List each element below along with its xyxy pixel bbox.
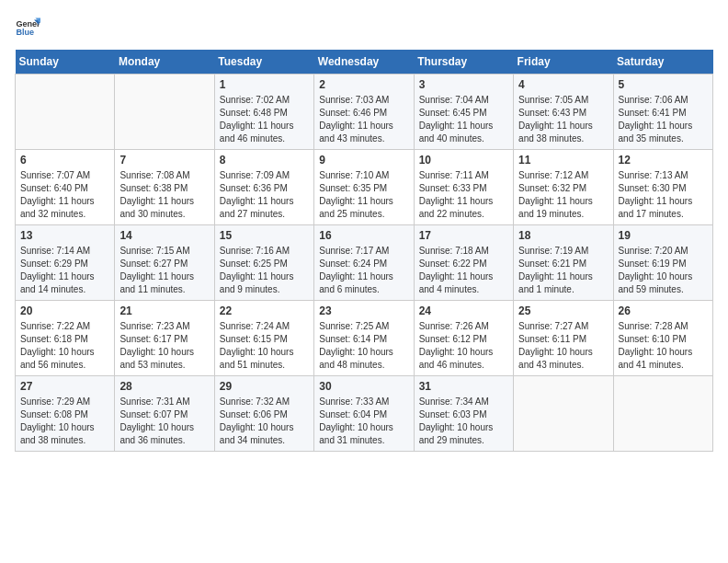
calendar-cell: 18Sunrise: 7:19 AM Sunset: 6:21 PM Dayli… bbox=[514, 225, 613, 301]
day-info: Sunrise: 7:08 AM Sunset: 6:38 PM Dayligh… bbox=[119, 169, 209, 221]
day-info: Sunrise: 7:06 AM Sunset: 6:41 PM Dayligh… bbox=[619, 94, 708, 145]
svg-text:Blue: Blue bbox=[16, 28, 34, 37]
day-number: 27 bbox=[20, 380, 109, 393]
day-info: Sunrise: 7:05 AM Sunset: 6:43 PM Dayligh… bbox=[518, 94, 608, 145]
calendar-cell: 4Sunrise: 7:05 AM Sunset: 6:43 PM Daylig… bbox=[514, 75, 613, 150]
day-number: 12 bbox=[619, 154, 708, 167]
calendar-cell: 16Sunrise: 7:17 AM Sunset: 6:24 PM Dayli… bbox=[314, 225, 414, 301]
day-info: Sunrise: 7:04 AM Sunset: 6:45 PM Dayligh… bbox=[419, 94, 508, 145]
calendar-cell bbox=[16, 75, 115, 150]
weekday-header-sunday: Sunday bbox=[16, 50, 115, 75]
day-number: 5 bbox=[619, 78, 708, 91]
calendar-cell bbox=[613, 376, 712, 452]
calendar-cell: 21Sunrise: 7:23 AM Sunset: 6:17 PM Dayli… bbox=[115, 301, 214, 376]
day-number: 23 bbox=[319, 304, 408, 317]
day-info: Sunrise: 7:16 AM Sunset: 6:25 PM Dayligh… bbox=[220, 245, 309, 296]
weekday-header-row: SundayMondayTuesdayWednesdayThursdayFrid… bbox=[16, 50, 713, 75]
day-info: Sunrise: 7:31 AM Sunset: 6:07 PM Dayligh… bbox=[119, 396, 209, 447]
calendar-cell: 8Sunrise: 7:09 AM Sunset: 6:36 PM Daylig… bbox=[214, 150, 313, 225]
day-number: 4 bbox=[518, 78, 608, 91]
day-number: 11 bbox=[518, 154, 608, 167]
day-number: 26 bbox=[619, 304, 708, 317]
calendar-cell: 19Sunrise: 7:20 AM Sunset: 6:19 PM Dayli… bbox=[613, 225, 712, 301]
day-number: 1 bbox=[220, 78, 309, 91]
day-number: 2 bbox=[319, 78, 408, 91]
calendar-cell bbox=[514, 376, 613, 452]
day-number: 6 bbox=[20, 154, 109, 167]
day-info: Sunrise: 7:32 AM Sunset: 6:06 PM Dayligh… bbox=[220, 396, 309, 447]
day-number: 18 bbox=[518, 229, 608, 242]
weekday-header-friday: Friday bbox=[514, 50, 613, 75]
day-info: Sunrise: 7:15 AM Sunset: 6:27 PM Dayligh… bbox=[119, 245, 209, 296]
logo: General Blue bbox=[15, 15, 44, 40]
page-header: General Blue bbox=[15, 15, 713, 40]
calendar-cell: 13Sunrise: 7:14 AM Sunset: 6:29 PM Dayli… bbox=[16, 225, 115, 301]
day-number: 24 bbox=[419, 304, 508, 317]
calendar-table: SundayMondayTuesdayWednesdayThursdayFrid… bbox=[15, 50, 713, 452]
weekday-header-wednesday: Wednesday bbox=[314, 50, 414, 75]
day-number: 3 bbox=[419, 78, 508, 91]
calendar-cell: 1Sunrise: 7:02 AM Sunset: 6:48 PM Daylig… bbox=[214, 75, 313, 150]
day-info: Sunrise: 7:11 AM Sunset: 6:33 PM Dayligh… bbox=[419, 169, 508, 221]
calendar-cell: 31Sunrise: 7:34 AM Sunset: 6:03 PM Dayli… bbox=[414, 376, 513, 452]
calendar-cell: 26Sunrise: 7:28 AM Sunset: 6:10 PM Dayli… bbox=[613, 301, 712, 376]
day-info: Sunrise: 7:24 AM Sunset: 6:15 PM Dayligh… bbox=[220, 320, 309, 372]
calendar-cell: 6Sunrise: 7:07 AM Sunset: 6:40 PM Daylig… bbox=[16, 150, 115, 225]
day-number: 25 bbox=[518, 304, 608, 317]
weekday-header-monday: Monday bbox=[115, 50, 214, 75]
day-info: Sunrise: 7:29 AM Sunset: 6:08 PM Dayligh… bbox=[20, 396, 109, 447]
calendar-cell: 3Sunrise: 7:04 AM Sunset: 6:45 PM Daylig… bbox=[414, 75, 513, 150]
day-info: Sunrise: 7:34 AM Sunset: 6:03 PM Dayligh… bbox=[419, 396, 508, 447]
calendar-cell: 29Sunrise: 7:32 AM Sunset: 6:06 PM Dayli… bbox=[214, 376, 313, 452]
day-number: 22 bbox=[220, 304, 309, 317]
day-info: Sunrise: 7:25 AM Sunset: 6:14 PM Dayligh… bbox=[319, 320, 408, 372]
calendar-cell: 5Sunrise: 7:06 AM Sunset: 6:41 PM Daylig… bbox=[613, 75, 712, 150]
calendar-cell: 9Sunrise: 7:10 AM Sunset: 6:35 PM Daylig… bbox=[314, 150, 414, 225]
day-number: 20 bbox=[20, 304, 109, 317]
calendar-cell: 14Sunrise: 7:15 AM Sunset: 6:27 PM Dayli… bbox=[115, 225, 214, 301]
day-number: 31 bbox=[419, 380, 508, 393]
day-number: 28 bbox=[119, 380, 209, 393]
day-number: 30 bbox=[319, 380, 408, 393]
day-info: Sunrise: 7:02 AM Sunset: 6:48 PM Dayligh… bbox=[220, 94, 309, 145]
calendar-cell: 2Sunrise: 7:03 AM Sunset: 6:46 PM Daylig… bbox=[314, 75, 414, 150]
day-info: Sunrise: 7:13 AM Sunset: 6:30 PM Dayligh… bbox=[619, 169, 708, 221]
calendar-cell: 28Sunrise: 7:31 AM Sunset: 6:07 PM Dayli… bbox=[115, 376, 214, 452]
calendar-cell: 24Sunrise: 7:26 AM Sunset: 6:12 PM Dayli… bbox=[414, 301, 513, 376]
day-info: Sunrise: 7:10 AM Sunset: 6:35 PM Dayligh… bbox=[319, 169, 408, 221]
day-number: 8 bbox=[220, 154, 309, 167]
weekday-header-tuesday: Tuesday bbox=[214, 50, 313, 75]
calendar-cell: 11Sunrise: 7:12 AM Sunset: 6:32 PM Dayli… bbox=[514, 150, 613, 225]
day-number: 17 bbox=[419, 229, 508, 242]
day-info: Sunrise: 7:22 AM Sunset: 6:18 PM Dayligh… bbox=[20, 320, 109, 372]
day-number: 14 bbox=[119, 229, 209, 242]
calendar-cell: 30Sunrise: 7:33 AM Sunset: 6:04 PM Dayli… bbox=[314, 376, 414, 452]
day-number: 29 bbox=[220, 380, 309, 393]
calendar-cell: 7Sunrise: 7:08 AM Sunset: 6:38 PM Daylig… bbox=[115, 150, 214, 225]
calendar-cell: 12Sunrise: 7:13 AM Sunset: 6:30 PM Dayli… bbox=[613, 150, 712, 225]
calendar-week-row: 6Sunrise: 7:07 AM Sunset: 6:40 PM Daylig… bbox=[16, 150, 713, 225]
calendar-cell: 15Sunrise: 7:16 AM Sunset: 6:25 PM Dayli… bbox=[214, 225, 313, 301]
day-info: Sunrise: 7:20 AM Sunset: 6:19 PM Dayligh… bbox=[619, 245, 708, 296]
logo-icon: General Blue bbox=[15, 15, 40, 40]
day-info: Sunrise: 7:03 AM Sunset: 6:46 PM Dayligh… bbox=[319, 94, 408, 145]
calendar-cell: 23Sunrise: 7:25 AM Sunset: 6:14 PM Dayli… bbox=[314, 301, 414, 376]
day-info: Sunrise: 7:27 AM Sunset: 6:11 PM Dayligh… bbox=[518, 320, 608, 372]
day-info: Sunrise: 7:12 AM Sunset: 6:32 PM Dayligh… bbox=[518, 169, 608, 221]
calendar-cell: 27Sunrise: 7:29 AM Sunset: 6:08 PM Dayli… bbox=[16, 376, 115, 452]
day-info: Sunrise: 7:28 AM Sunset: 6:10 PM Dayligh… bbox=[619, 320, 708, 372]
day-info: Sunrise: 7:26 AM Sunset: 6:12 PM Dayligh… bbox=[419, 320, 508, 372]
day-number: 13 bbox=[20, 229, 109, 242]
day-info: Sunrise: 7:19 AM Sunset: 6:21 PM Dayligh… bbox=[518, 245, 608, 296]
day-info: Sunrise: 7:07 AM Sunset: 6:40 PM Dayligh… bbox=[20, 169, 109, 221]
day-info: Sunrise: 7:33 AM Sunset: 6:04 PM Dayligh… bbox=[319, 396, 408, 447]
day-info: Sunrise: 7:14 AM Sunset: 6:29 PM Dayligh… bbox=[20, 245, 109, 296]
calendar-week-row: 20Sunrise: 7:22 AM Sunset: 6:18 PM Dayli… bbox=[16, 301, 713, 376]
day-info: Sunrise: 7:17 AM Sunset: 6:24 PM Dayligh… bbox=[319, 245, 408, 296]
calendar-week-row: 13Sunrise: 7:14 AM Sunset: 6:29 PM Dayli… bbox=[16, 225, 713, 301]
calendar-cell: 17Sunrise: 7:18 AM Sunset: 6:22 PM Dayli… bbox=[414, 225, 513, 301]
calendar-cell: 22Sunrise: 7:24 AM Sunset: 6:15 PM Dayli… bbox=[214, 301, 313, 376]
day-number: 10 bbox=[419, 154, 508, 167]
day-info: Sunrise: 7:23 AM Sunset: 6:17 PM Dayligh… bbox=[119, 320, 209, 372]
weekday-header-thursday: Thursday bbox=[414, 50, 513, 75]
